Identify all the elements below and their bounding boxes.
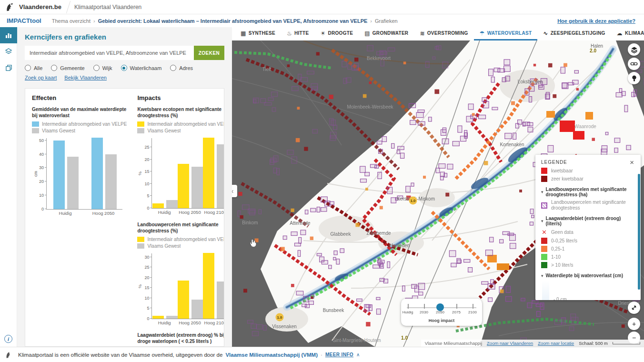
effects-column: Effecten Gemiddelde van de maximale wate… (32, 94, 127, 347)
legend-section-header[interactable]: ▾Laagwaterdebiet (extreem droog) (liter/… (541, 216, 634, 226)
chart-legend-item: Vlaams Gewest (137, 243, 224, 249)
brand-title[interactable]: Vlaanderen.be (19, 3, 61, 10)
tab-overstroming[interactable]: ≋OVERSTROMING (414, 27, 473, 40)
link-icon (630, 60, 638, 68)
y-tick-label: 25 (141, 145, 149, 150)
legend-label: zeer kwetsbaar (551, 176, 584, 182)
legend-swatch-icon (541, 254, 547, 260)
tab-label: ZEESPIEGELSTIJGING (551, 30, 605, 36)
info-icon[interactable]: i (4, 335, 12, 343)
rail-item-charts[interactable] (0, 27, 17, 43)
legend-swatch-icon (541, 238, 547, 244)
y-tick-label: 20 (35, 179, 44, 184)
copy-pages-icon (5, 64, 12, 71)
y-tick-label: 10 (141, 181, 149, 186)
breadcrumb-item[interactable]: Grafieken (375, 18, 398, 24)
legend-close-icon[interactable]: × (630, 160, 634, 165)
search-button[interactable]: ZOEKEN (194, 46, 224, 60)
timeline-tick-label[interactable]: 2100 (468, 310, 477, 314)
legend-item: > 10 liter/s (541, 262, 634, 268)
basemap-layers-button[interactable] (628, 43, 640, 56)
share-link-button[interactable] (628, 58, 640, 70)
radio-alle[interactable]: Alle (25, 65, 42, 71)
legend-label: 1-10 (551, 254, 561, 260)
vmm-link[interactable]: Vlaamse Milieumaatschappij (VMM) (225, 352, 318, 358)
legend-section-title: Waterdiepte bij wateroverlast (cm) (546, 273, 623, 278)
bar (191, 300, 203, 319)
timeline-tick-label[interactable]: Huidig (402, 310, 413, 314)
bar (203, 138, 214, 208)
flood-waves-icon: ≋ (420, 30, 424, 37)
zoom-to-location-link[interactable]: Zoom naar locatie (538, 341, 574, 346)
tab-hitte[interactable]: ♨HITTE (281, 27, 314, 40)
meer-info-link[interactable]: MEER INFO (325, 352, 353, 357)
panel-link-bekijk-vlaanderen[interactable]: Bekijk Vlaanderen (64, 75, 107, 80)
legend-section-header[interactable]: ▾Landbouwpercelen met significante droog… (541, 187, 634, 197)
help-link[interactable]: Hoe gebruik ik deze applicatie? (557, 18, 635, 24)
tab-klimaat[interactable]: ☁KLIMAAT (611, 27, 644, 40)
radio-waterlichaam[interactable]: Waterlichaam (121, 65, 162, 71)
breadcrumb-separator: › (370, 18, 372, 24)
radio-label: Waterlichaam (130, 65, 162, 71)
app-title[interactable]: IMPACTtool (7, 17, 41, 24)
tab-zeespiegelstijging[interactable]: ∿ZEESPIEGELSTIJGING (537, 27, 611, 40)
breadcrumb-item[interactable]: Gebied overzicht: Lokaal waterlichaam – … (98, 18, 368, 24)
impacts-column-title: Impacts (137, 94, 224, 101)
rail-item-reports[interactable] (0, 60, 17, 76)
header-divider (66, 1, 70, 13)
radio-wijk[interactable]: Wijk (93, 65, 112, 71)
tab-wateroverlast[interactable]: ☂WATEROVERLAST (474, 27, 538, 40)
timeline-handle[interactable] (436, 303, 444, 311)
scenario-timeline[interactable]: Huidig2030205020752100Hoog impact (401, 299, 482, 326)
bar-chart: Laagwaterdebiet (extreem droog) % bijna … (137, 332, 224, 347)
rail-item-layers[interactable] (0, 43, 17, 60)
zoom-to-flanders-link[interactable]: Zoom naar Vlaanderen (487, 341, 533, 346)
breadcrumb-item[interactable]: Thema overzicht (52, 18, 91, 24)
timeline-tick-label[interactable]: 2075 (452, 310, 461, 314)
panel-collapse-button[interactable]: ‹ (232, 185, 237, 197)
radio-adres[interactable]: Adres (170, 65, 193, 71)
legend-label: Vlaams Gewest (42, 128, 75, 133)
legend-swatch-icon (541, 262, 547, 268)
radio-label: Alle (34, 65, 42, 71)
legend-section-header[interactable]: ▾Waterdiepte bij wateroverlast (cm) (541, 273, 634, 278)
legend-label: 0,25-1 (551, 246, 564, 252)
impacts-column: Impacts Kwetsbare ecotopen met significa… (137, 94, 224, 347)
radio-label: Wijk (102, 65, 112, 71)
bar (191, 167, 203, 208)
tab-grondwater[interactable]: ▤GRONDWATER (359, 27, 414, 40)
legend-section-title: Landbouwpercelen met significante droogt… (546, 187, 634, 197)
no-data-x-icon: ✕ (541, 229, 547, 236)
icon-rail: i (0, 27, 17, 347)
tab-droogte[interactable]: ☀DROOGTE (314, 27, 359, 40)
tab-label: HITTE (294, 30, 309, 36)
bar (91, 138, 103, 209)
timeline-tick-label[interactable]: 2030 (420, 310, 428, 314)
legend-item: 0-0,25 liter/s (541, 238, 634, 244)
tab-synthese[interactable]: ▦SYNTHESE (235, 27, 281, 40)
legend-label: kwetsbaar (551, 168, 573, 174)
map-canvas[interactable]: TieltBekkevoortHalenLoksbergenMolenbeek-… (232, 40, 644, 347)
radio-gemeente[interactable]: Gemeente (51, 65, 84, 71)
search-input[interactable] (25, 46, 194, 60)
bar (203, 253, 214, 319)
climate-cloud-icon: ☁ (617, 30, 623, 37)
layers-icon (5, 48, 12, 55)
zoom-in-button[interactable]: + (628, 318, 640, 330)
bar-chart: Gemiddelde van de maximale waterdiepte b… (32, 106, 127, 216)
charts-card: Effecten Gemiddelde van de maximale wate… (25, 88, 224, 347)
vlaanderen-lion-icon (5, 351, 13, 359)
legend-scrollbar[interactable] (638, 174, 640, 290)
tips-lightbulb-button[interactable] (628, 72, 640, 84)
legend-item: zeer kwetsbaar (541, 176, 634, 182)
footer-text: Klimaatportaal is een officiële website … (18, 352, 222, 358)
y-tick-label: 0 (35, 207, 44, 211)
gradient-tick-label: - 0 cm (553, 297, 567, 300)
x-category-label: Hoog 2050 (92, 211, 114, 216)
panel-link-zoek-op-kaart[interactable]: Zoek op kaart (25, 75, 57, 80)
fullscreen-button[interactable] (628, 302, 640, 314)
groundwater-layers-icon: ▤ (364, 30, 370, 37)
bar (53, 141, 65, 209)
attribution-source: Vlaamse Milieumaatschappij (425, 341, 482, 346)
legend-swatch-icon (541, 202, 547, 209)
